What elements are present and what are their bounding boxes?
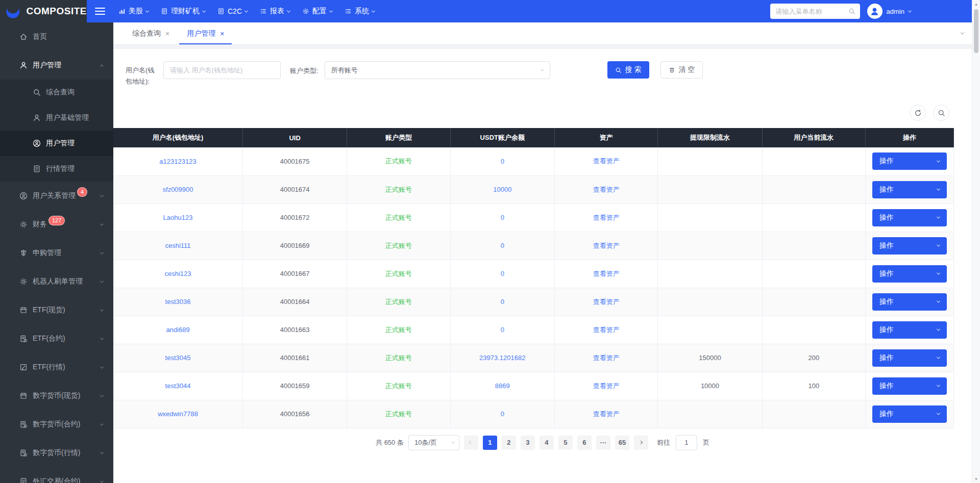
row-action-button[interactable]: 操作: [872, 265, 947, 283]
sidebar-item[interactable]: ETF(现货): [0, 296, 113, 324]
close-icon[interactable]: ×: [220, 30, 224, 37]
sidebar-item[interactable]: 用户基础管理: [0, 105, 113, 131]
usdt-balance-link[interactable]: 10000: [493, 186, 511, 193]
usdt-balance-link[interactable]: 0: [501, 298, 504, 306]
view-assets-link[interactable]: 查看资产: [593, 326, 620, 334]
usdt-balance-link[interactable]: 23973.1201682: [479, 354, 525, 362]
tab-list-dropdown-icon[interactable]: [961, 31, 964, 35]
trash-icon: [669, 67, 675, 73]
table-header-cell: 账户类型: [347, 128, 451, 147]
scroll-up-icon[interactable]: ▲: [972, 0, 980, 8]
sidebar-item[interactable]: 首页: [0, 22, 113, 51]
close-icon[interactable]: ×: [165, 30, 169, 37]
view-assets-link[interactable]: 查看资产: [593, 157, 620, 165]
sidebar-item[interactable]: ETF(行情): [0, 353, 113, 382]
username-link[interactable]: test3044: [165, 382, 191, 390]
next-page-button[interactable]: [634, 436, 648, 450]
usdt-balance-link[interactable]: 8869: [495, 382, 510, 390]
sidebar-item[interactable]: 数字货币(行情): [0, 439, 113, 467]
sidebar-item[interactable]: 数字货币(现货): [0, 382, 113, 410]
sidebar-item[interactable]: 综合查询: [0, 80, 113, 105]
page-number-button[interactable]: 1: [483, 436, 497, 450]
sidebar-item[interactable]: 机器人刷单管理: [0, 267, 113, 296]
search-button[interactable]: 搜 索: [607, 61, 649, 79]
menu-search-input[interactable]: [776, 8, 848, 15]
row-action-button[interactable]: 操作: [872, 349, 947, 367]
view-assets-link[interactable]: 查看资产: [593, 242, 620, 249]
row-action-button[interactable]: 操作: [872, 237, 947, 255]
row-action-button[interactable]: 操作: [872, 209, 947, 226]
brand: COMPOSITE: [0, 0, 87, 22]
username-link[interactable]: andi689: [166, 326, 189, 334]
username-link[interactable]: test3045: [165, 354, 191, 362]
view-assets-link[interactable]: 查看资产: [593, 354, 620, 362]
sidebar-item[interactable]: 行情管理: [0, 156, 113, 182]
sidebar-item[interactable]: 用户管理: [0, 131, 113, 156]
account-type-cell: 正式账号: [385, 214, 412, 221]
row-action-button[interactable]: 操作: [872, 293, 947, 311]
page-number-button[interactable]: 65: [615, 436, 629, 450]
scroll-down-icon[interactable]: ▼: [972, 475, 980, 483]
account-type-select[interactable]: 所有账号: [325, 61, 550, 79]
usdt-balance-link[interactable]: 0: [501, 270, 504, 277]
tab[interactable]: 综合查询 ×: [124, 22, 178, 44]
sidebar-item[interactable]: 数字货币(合约): [0, 410, 113, 439]
nav-menu-item[interactable]: 美股: [112, 0, 155, 22]
user-menu[interactable]: admin: [867, 4, 911, 19]
user-icon: [33, 114, 41, 122]
page-number-button[interactable]: 5: [558, 436, 573, 450]
tab[interactable]: 用户管理 ×: [178, 22, 233, 44]
sidebar-item[interactable]: 申购管理: [0, 239, 113, 267]
page-size-select[interactable]: 10条/页: [408, 435, 459, 450]
username-filter-input[interactable]: [170, 66, 274, 74]
view-assets-link[interactable]: 查看资产: [593, 186, 620, 193]
nav-menu-item[interactable]: 系统: [338, 0, 381, 22]
view-assets-link[interactable]: 查看资产: [593, 270, 620, 277]
view-assets-link[interactable]: 查看资产: [593, 382, 620, 390]
refresh-button[interactable]: [910, 105, 926, 121]
prev-page-button[interactable]: [464, 436, 478, 450]
row-action-button[interactable]: 操作: [872, 152, 947, 170]
nav-menu-item[interactable]: 配置: [296, 0, 338, 22]
username-link[interactable]: wxedwin7788: [158, 410, 198, 418]
hamburger-icon[interactable]: [95, 8, 105, 15]
sidebar-item[interactable]: 用户关系管理 4: [0, 182, 113, 210]
username-link[interactable]: test3036: [165, 298, 191, 306]
row-action-button[interactable]: 操作: [872, 377, 947, 395]
page-number-button[interactable]: 6: [577, 436, 592, 450]
username-link[interactable]: ceshi123: [165, 270, 191, 277]
usdt-balance-link[interactable]: 0: [501, 214, 504, 221]
row-action-button[interactable]: 操作: [872, 181, 947, 198]
view-assets-link[interactable]: 查看资产: [593, 214, 620, 221]
sidebar-item[interactable]: ETF(合约): [0, 324, 113, 353]
page-number-button[interactable]: 4: [540, 436, 554, 450]
view-assets-link[interactable]: 查看资产: [593, 298, 620, 306]
nav-menu-item[interactable]: 报表: [254, 0, 296, 22]
sidebar-item[interactable]: 外汇交易(合约): [0, 467, 113, 483]
username-link[interactable]: Laohu123: [163, 214, 193, 221]
page-number-button[interactable]: 3: [521, 436, 535, 450]
username-link[interactable]: ceshi111: [165, 242, 190, 249]
usdt-balance-link[interactable]: 0: [501, 410, 504, 418]
username-link[interactable]: sfz009900: [163, 186, 193, 193]
clear-button[interactable]: 清 空: [660, 61, 703, 79]
nav-menu-item[interactable]: C2C: [211, 0, 254, 22]
usdt-balance-link[interactable]: 0: [501, 326, 504, 334]
row-action-button[interactable]: 操作: [872, 405, 947, 423]
goto-page-input[interactable]: [676, 435, 697, 450]
sidebar-item[interactable]: 用户管理: [0, 51, 113, 80]
page-number-button[interactable]: 2: [502, 436, 516, 450]
view-assets-link[interactable]: 查看资产: [593, 410, 620, 418]
account-type-cell: 正式账号: [385, 326, 412, 334]
scrollbar-thumb[interactable]: [974, 9, 978, 53]
row-action-button[interactable]: 操作: [872, 321, 947, 339]
nav-menu-item[interactable]: 理财矿机: [155, 0, 211, 22]
table-search-button[interactable]: [933, 105, 949, 121]
sidebar-item[interactable]: 财务 127: [0, 210, 113, 239]
search-icon[interactable]: [848, 8, 855, 15]
usdt-balance-link[interactable]: 0: [501, 242, 504, 249]
usdt-balance-link[interactable]: 0: [501, 158, 504, 165]
username-link[interactable]: a123123123: [159, 158, 196, 165]
page-number-button[interactable]: ···: [596, 436, 610, 450]
account-type-cell: 正式账号: [385, 186, 412, 193]
